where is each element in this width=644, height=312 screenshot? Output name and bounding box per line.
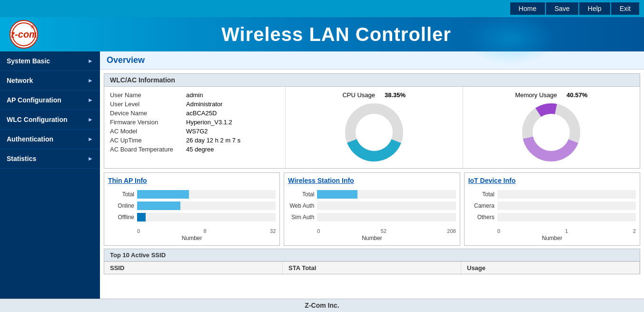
info-grid: User Name admin User Level Administrator… bbox=[104, 87, 640, 168]
iot-bar-others: Others bbox=[468, 213, 636, 221]
cpu-value: 38.35% bbox=[385, 91, 406, 99]
top10-section: Top 10 Active SSID SSID STA Total Usage bbox=[104, 249, 640, 274]
iot-device-panel: IoT Device Info Total Camera bbox=[464, 172, 640, 246]
value-username: admin bbox=[186, 91, 203, 99]
thin-ap-axis: 0 8 32 bbox=[108, 228, 276, 234]
thin-ap-axis-label: Number bbox=[108, 235, 276, 242]
top10-table-header: SSID STA Total Usage bbox=[104, 262, 640, 274]
svg-text:z-com: z-com bbox=[11, 29, 36, 40]
info-row-firmware: Firmware Version Hyperion_V3.1.2 bbox=[110, 118, 279, 127]
sidebar-item-system-basic[interactable]: System Basic ► bbox=[0, 51, 100, 71]
iot-label-camera: Camera bbox=[468, 202, 495, 209]
footer-text: Z-Com Inc. bbox=[305, 302, 339, 309]
ws-label-total: Total bbox=[288, 191, 314, 198]
chevron-right-icon-3: ► bbox=[88, 116, 93, 123]
thin-ap-bar-offline: Offline bbox=[108, 213, 276, 221]
main-layout: System Basic ► Network ► AP Configuratio… bbox=[0, 51, 644, 299]
value-uptime: 26 day 12 h 2 m 7 s bbox=[186, 137, 240, 144]
memory-label: Memory Usage bbox=[515, 91, 557, 99]
sidebar-label-network: Network bbox=[7, 77, 33, 84]
ws-fill-total bbox=[317, 190, 357, 199]
info-row-acmodel: AC Model WS7G2 bbox=[110, 127, 279, 136]
iot-track-camera bbox=[497, 201, 636, 210]
sidebar-item-statistics[interactable]: Statistics ► bbox=[0, 149, 100, 169]
top-nav: Home Save Help Exit bbox=[0, 0, 644, 17]
label-firmware: Firmware Version bbox=[110, 119, 186, 126]
memory-gauge-panel: Memory Usage 40.57% bbox=[463, 87, 640, 168]
logo-area: z-com ® bbox=[10, 20, 38, 49]
svg-point-5 bbox=[361, 119, 387, 146]
iot-label-total: Total bbox=[468, 191, 495, 198]
label-acmodel: AC Model bbox=[110, 128, 186, 135]
exit-button[interactable]: Exit bbox=[611, 2, 639, 15]
top10-title: Top 10 Active SSID bbox=[104, 249, 640, 262]
header-decoration bbox=[463, 12, 558, 65]
thin-ap-bar-chart: Total Online Offline bbox=[108, 188, 276, 226]
thin-ap-track-offline bbox=[137, 213, 276, 221]
sidebar-label-stats: Statistics bbox=[7, 155, 36, 162]
memory-title-row: Memory Usage 40.57% bbox=[515, 91, 587, 99]
thin-ap-axis-0: 0 bbox=[137, 228, 140, 234]
ws-axis: 0 52 208 bbox=[288, 228, 456, 234]
label-uptime: AC UpTime bbox=[110, 137, 186, 144]
ws-track-total bbox=[317, 190, 456, 199]
thin-ap-bar-online: Online bbox=[108, 201, 276, 210]
chevron-right-icon-0: ► bbox=[88, 58, 93, 64]
iot-axis-2: 2 bbox=[633, 228, 636, 234]
ws-label-simauth: Sim Auth bbox=[288, 214, 314, 221]
iot-track-total bbox=[497, 190, 636, 199]
ws-bar-webauth: Web Auth bbox=[288, 201, 456, 210]
svg-text:®: ® bbox=[31, 25, 34, 30]
thin-ap-axis-32: 32 bbox=[270, 228, 276, 234]
top10-col-usage: Usage bbox=[461, 262, 640, 274]
info-row-username: User Name admin bbox=[110, 91, 279, 100]
charts-row: Thin AP Info Total Online bbox=[104, 172, 640, 246]
wireless-station-bar-chart: Total Web Auth Sim Auth bbox=[288, 188, 456, 226]
label-temp: AC Board Temperature bbox=[110, 146, 186, 153]
sidebar-label-system-basic: System Basic bbox=[7, 57, 50, 65]
sidebar-item-ap-configuration[interactable]: AP Configuration ► bbox=[0, 91, 100, 110]
cpu-title-row: CPU Usage 38.35% bbox=[342, 91, 406, 99]
header: z-com ® Wireless LAN Controller bbox=[0, 17, 644, 51]
iot-device-title[interactable]: IoT Device Info bbox=[468, 177, 636, 184]
sidebar-item-authentication[interactable]: Authentication ► bbox=[0, 130, 100, 149]
chevron-right-icon-5: ► bbox=[88, 155, 93, 162]
help-button[interactable]: Help bbox=[579, 2, 610, 15]
sidebar-item-network[interactable]: Network ► bbox=[0, 71, 100, 91]
chevron-right-icon-4: ► bbox=[88, 136, 93, 142]
thin-ap-track-online bbox=[137, 201, 276, 210]
thin-ap-label-offline: Offline bbox=[108, 214, 134, 221]
value-firmware: Hyperion_V3.1.2 bbox=[186, 119, 232, 126]
label-username: User Name bbox=[110, 91, 186, 99]
label-devicename: Device Name bbox=[110, 110, 186, 117]
value-acmodel: WS7G2 bbox=[186, 128, 208, 135]
sidebar-item-wlc-configuration[interactable]: WLC Configuration ► bbox=[0, 110, 100, 130]
overview-header: Overview bbox=[100, 51, 644, 70]
ws-axis-52: 52 bbox=[381, 228, 386, 234]
iot-label-others: Others bbox=[468, 214, 495, 221]
iot-axis: 0 1 2 bbox=[468, 228, 636, 234]
thin-ap-panel: Thin AP Info Total Online bbox=[104, 172, 280, 246]
logo-icon: z-com ® bbox=[10, 20, 38, 49]
footer: Z-Com Inc. bbox=[0, 299, 644, 312]
chevron-right-icon-2: ► bbox=[88, 97, 93, 103]
save-button[interactable]: Save bbox=[546, 2, 578, 15]
wireless-station-panel: Wireless Station Info Total Web Auth bbox=[284, 172, 460, 246]
value-userlevel: Administrator bbox=[186, 101, 223, 108]
content-area: Overview WLC/AC Information User Name ad… bbox=[100, 51, 644, 299]
ws-label-webauth: Web Auth bbox=[288, 202, 314, 209]
ws-track-simauth bbox=[317, 213, 456, 221]
iot-track-others bbox=[497, 213, 636, 221]
thin-ap-title[interactable]: Thin AP Info bbox=[108, 177, 276, 184]
wireless-station-title[interactable]: Wireless Station Info bbox=[288, 177, 456, 184]
iot-axis-0: 0 bbox=[497, 228, 500, 234]
wlc-info-section: WLC/AC Information User Name admin User … bbox=[104, 73, 640, 169]
chevron-right-icon-1: ► bbox=[88, 77, 93, 84]
sidebar-label-ap-config: AP Configuration bbox=[7, 96, 61, 104]
thin-ap-fill-offline bbox=[137, 213, 146, 221]
cpu-gauge-panel: CPU Usage 38.35% bbox=[285, 87, 463, 168]
sidebar-label-auth: Authentication bbox=[7, 135, 53, 143]
value-temp: 45 degree bbox=[186, 146, 214, 153]
thin-ap-axis-8: 8 bbox=[204, 228, 207, 234]
wlc-section-title: WLC/AC Information bbox=[104, 74, 640, 87]
